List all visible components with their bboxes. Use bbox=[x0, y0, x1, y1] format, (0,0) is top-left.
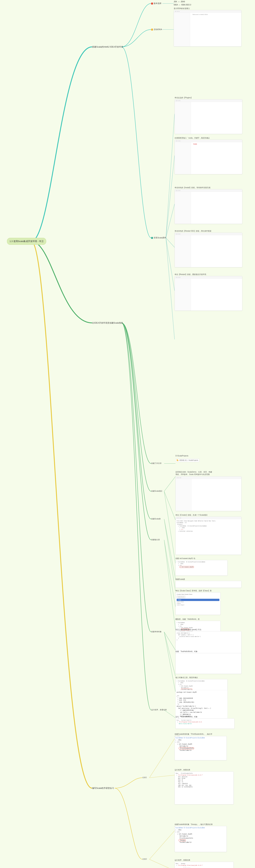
classname-input[interactable]: HelloWorld bbox=[177, 596, 185, 598]
node-start-idea-label: 启动IDEA bbox=[154, 28, 162, 30]
num-icon-3 bbox=[151, 237, 153, 239]
folder-icon bbox=[177, 460, 178, 461]
address-bar: 新加卷 (D:) › ScalaProjects bbox=[175, 459, 199, 462]
root-node[interactable]: 1.3 使用Scala集成开发环境 - 华卫 bbox=[7, 238, 46, 245]
branch-practice[interactable]: 编写Scala程序课堂练习 bbox=[92, 787, 114, 790]
node-output-class[interactable]: 创建输出类 bbox=[151, 538, 160, 541]
addr-text: 新加卷 (D:) › ScalaProjects bbox=[179, 459, 198, 461]
screenshot-new-class-menu bbox=[175, 581, 242, 588]
cap-search-scala: 在搜索框里输入「scala」关键字，敲回车确认 bbox=[175, 137, 210, 139]
screenshot-task2-output: Run: Snoopy ▸ "D:\Program Files\Java\jdk… bbox=[175, 862, 234, 868]
kind-object[interactable]: Object bbox=[177, 602, 219, 604]
screenshot-package: ▾ ScalaDemo D:\ScalaProjects\ScalaDemo ▸… bbox=[175, 560, 228, 576]
cap-add-speak: 按定义格式给类添加 speak() 方法 bbox=[175, 628, 201, 631]
cap-create-pkg: 创建 net.huawei.day01 包 bbox=[175, 557, 195, 560]
branch-create-project[interactable]: 在IDEA开发环境里创建Scala项目 bbox=[92, 321, 123, 324]
node-install-plugin[interactable]: 安装Scala插件 bbox=[151, 237, 166, 239]
kind-class[interactable]: Class bbox=[177, 599, 219, 601]
root-title: 1.3 使用Scala集成开发环境 - 华卫 bbox=[9, 240, 44, 243]
screenshot-plugins bbox=[175, 99, 242, 134]
node-task1[interactable]: 任务1 bbox=[142, 776, 147, 779]
screenshot-restart-ide bbox=[175, 232, 242, 267]
cap-install: 单击绿色的【Install】按钮，等待插件安装完成 bbox=[175, 186, 210, 189]
node-create-proj[interactable]: 创建Scala项目 bbox=[151, 490, 163, 492]
node-install-plugin-label: 安装Scala插件 bbox=[154, 237, 166, 239]
screenshot-search-scala: Scala bbox=[175, 140, 242, 174]
cap-task1-run: 运行程序，查看结果 bbox=[175, 769, 190, 771]
node-version-label: 版本选择 bbox=[154, 2, 161, 4]
cap-new-class: 新建Scala类 bbox=[175, 578, 185, 581]
leaf-idea: IDEA — IDEA 2022.3 bbox=[174, 4, 191, 6]
cap-create-btn: 单击【Create】按钮，生成一个Scala项目 bbox=[175, 514, 207, 516]
kind-caseobject[interactable]: Case Object bbox=[177, 604, 219, 606]
leaf-jdk: JDK — JDK8 bbox=[174, 1, 185, 3]
screenshot-restart bbox=[175, 276, 242, 311]
screenshot-new-project bbox=[175, 476, 242, 511]
cap-obj-name: 输入对象名之后，敲回车确认 bbox=[175, 676, 198, 679]
node-singleton[interactable]: 创建单例对象 bbox=[151, 630, 162, 633]
cap-path: D:\ScalaProjects bbox=[175, 455, 188, 457]
screenshot-create-class-dialog: Create New Scala ClassHelloWorldClassCas… bbox=[175, 592, 221, 615]
cap-del-create: 删除类，创建「HelloWorld」类 bbox=[175, 618, 200, 620]
branch-build-env[interactable]: 搭建Scala的IntelliJ IDEA开发环境 bbox=[92, 45, 123, 49]
num-icon-2 bbox=[151, 29, 153, 31]
cap-create-obj: 创建「TestHelloWorld」对象 bbox=[175, 650, 198, 653]
num-icon-1 bbox=[151, 3, 153, 4]
dlg-title: Create New Scala Class bbox=[177, 593, 192, 595]
node-version[interactable]: 版本选择 bbox=[151, 2, 161, 5]
screenshot-task1-tree: ScalaDemo D:\ScalaProjects\ScalaDem▸ .id… bbox=[175, 736, 227, 761]
screenshot-install bbox=[175, 189, 242, 224]
cap-task2-run: 运行程序，查看结果 bbox=[175, 859, 190, 861]
screenshot-task2-tree: ScalaDemo D:\ScalaProjects\ScalaDem▸ .id… bbox=[175, 826, 227, 852]
screenshot-run-output: Run: TestHelloWorld ▸ "D:\Program Files\… bbox=[175, 718, 234, 729]
screenshot-task1-output: Run: PrintStudentInfo ▸ "D:\Program File… bbox=[175, 772, 234, 804]
cap-restart: 单击【Restart】按钮，重新激活开发环境 bbox=[175, 273, 206, 276]
node-workdir[interactable]: 创建工作目录 bbox=[151, 462, 162, 465]
node-create-class-parent[interactable]: 创建Scala类 bbox=[151, 518, 161, 520]
screenshot-idea-welcome: Welcome to IntelliJ IDEA bbox=[174, 10, 242, 46]
cap-run-obj: 运行「TestHelloWorld」对象 bbox=[175, 716, 198, 718]
cap-proj-settings: 设置项目名称 - ScalaDemo、位置、语言、构建系统、JDK版本、Scal… bbox=[175, 471, 214, 476]
screenshot-created-project: File Edit View Navigate Code Refactor Bu… bbox=[175, 517, 242, 555]
node-task2[interactable]: 任务2 bbox=[142, 858, 147, 860]
cap-welcome: 显示IDEA的欢迎窗口 bbox=[174, 7, 190, 10]
node-start-idea[interactable]: 启动IDEA bbox=[151, 28, 162, 31]
screenshot-create-object bbox=[175, 653, 242, 674]
kind-caseclass[interactable]: Case Class bbox=[177, 601, 219, 602]
cap-plugins: 单击左边的【Plugins】 bbox=[175, 96, 193, 99]
node-run-result[interactable]: 运行程序，查看结果 bbox=[151, 709, 167, 711]
